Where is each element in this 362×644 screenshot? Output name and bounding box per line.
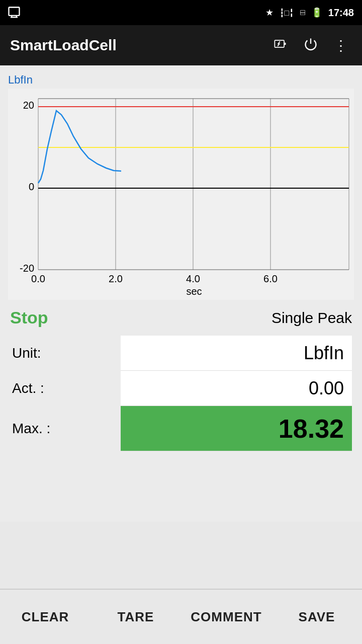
svg-text:sec: sec xyxy=(186,286,202,297)
svg-rect-5 xyxy=(284,42,286,45)
status-bar: ★ ┇□╏ □ 🔋 17:48 xyxy=(0,0,362,25)
max-value: 18.32 xyxy=(121,406,352,451)
chart-wrapper: 20 0 -20 0.0 2.0 4.0 6.0 sec xyxy=(8,89,354,300)
sim-icon: □ xyxy=(300,8,305,17)
chart-svg: 20 0 -20 0.0 2.0 4.0 6.0 sec xyxy=(8,89,354,300)
controls-row: Stop Single Peak xyxy=(8,300,354,336)
svg-text:0.0: 0.0 xyxy=(31,273,45,284)
clear-button[interactable]: CLEAR xyxy=(0,599,90,635)
svg-text:6.0: 6.0 xyxy=(263,273,278,284)
svg-text:20: 20 xyxy=(23,100,34,111)
app-title: SmartLoadCell xyxy=(10,37,261,54)
app-bar: SmartLoadCell ⋮ xyxy=(0,25,362,65)
act-row: Act. : 0.00 xyxy=(10,371,352,406)
svg-rect-6 xyxy=(8,89,354,300)
stop-button[interactable]: Stop xyxy=(10,308,48,328)
battery-charging-icon[interactable] xyxy=(269,33,292,58)
save-button[interactable]: SAVE xyxy=(272,599,362,635)
mode-label: Single Peak xyxy=(272,309,352,327)
unit-label: Unit: xyxy=(10,336,121,371)
power-icon[interactable] xyxy=(300,33,322,58)
data-section: Unit: LbfIn Act. : 0.00 Max. : 18.32 xyxy=(8,336,354,461)
tare-button[interactable]: TARE xyxy=(90,599,181,635)
chart-unit-label: LbfIn xyxy=(8,73,354,87)
svg-rect-0 xyxy=(9,8,20,16)
comment-button[interactable]: COMMENT xyxy=(181,599,272,635)
svg-text:2.0: 2.0 xyxy=(109,273,123,284)
max-label: Max. : xyxy=(10,406,121,451)
vibrate-icon: ┇□╏ xyxy=(280,8,295,18)
main-content: LbfIn xyxy=(0,65,362,522)
svg-text:4.0: 4.0 xyxy=(186,273,200,284)
svg-text:0: 0 xyxy=(29,181,34,192)
bottom-nav: CLEAR TARE COMMENT SAVE xyxy=(0,589,362,644)
svg-text:-20: -20 xyxy=(20,263,34,274)
max-row: Max. : 18.32 xyxy=(10,406,352,451)
bluetooth-icon: ★ xyxy=(265,7,274,18)
unit-value: LbfIn xyxy=(121,336,352,371)
more-vert-icon[interactable]: ⋮ xyxy=(330,33,352,58)
unit-row: Unit: LbfIn xyxy=(10,336,352,371)
act-label: Act. : xyxy=(10,371,121,406)
act-value: 0.00 xyxy=(121,371,352,406)
battery-icon: 🔋 xyxy=(311,7,322,18)
chart-container: LbfIn xyxy=(8,73,354,300)
status-time: 17:48 xyxy=(328,7,354,19)
